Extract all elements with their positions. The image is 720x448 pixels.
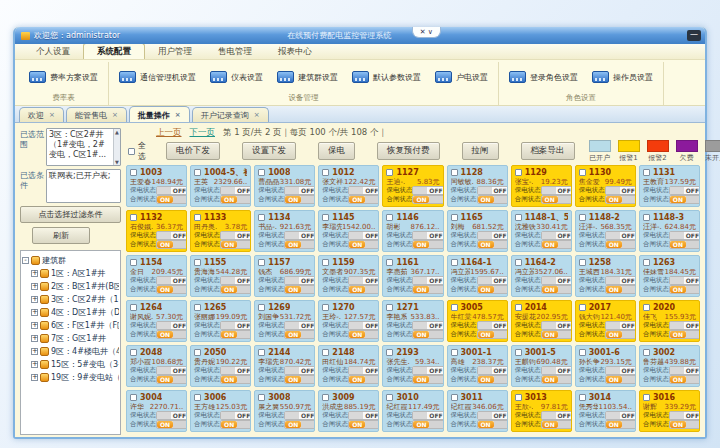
meter-card[interactable]: 3005牛红棠478.57元保电状态OFF合闸状态ON bbox=[447, 300, 508, 342]
switch-status-toggle[interactable]: ON bbox=[669, 285, 700, 294]
meter-card[interactable]: 3006王方雄125.03元保电状态OFF合闸状态ON bbox=[190, 390, 251, 432]
switch-status-toggle[interactable]: ON bbox=[348, 195, 379, 204]
meter-card[interactable]: 1003王爱春148.94元保电状态OFF合闸状态ON bbox=[126, 165, 187, 207]
switch-status-toggle[interactable]: ON bbox=[348, 285, 379, 294]
protect-status-toggle[interactable]: OFF bbox=[605, 321, 636, 330]
switch-status-toggle[interactable]: ON bbox=[669, 375, 700, 384]
switch-status-toggle[interactable]: ON bbox=[220, 420, 251, 429]
switch-status-toggle[interactable]: ON bbox=[220, 195, 251, 204]
protect-status-toggle[interactable]: OFF bbox=[541, 366, 572, 375]
protect-status-toggle[interactable]: OFF bbox=[669, 411, 700, 420]
switch-status-toggle[interactable]: ON bbox=[348, 420, 379, 429]
switch-status-toggle[interactable]: ON bbox=[284, 285, 315, 294]
expand-icon[interactable]: + bbox=[31, 374, 38, 381]
switch-status-toggle[interactable]: ON bbox=[605, 285, 636, 294]
switch-status-toggle[interactable]: ON bbox=[477, 330, 508, 339]
tree-item[interactable]: +2区：B区1#井(B区1#... bbox=[22, 280, 119, 293]
ribbon-button[interactable]: 建筑群设置 bbox=[270, 66, 345, 88]
protect-status-toggle[interactable]: OFF bbox=[541, 231, 572, 240]
condition-textbox[interactable]: 联网表;已开户表; bbox=[46, 169, 121, 203]
expand-icon[interactable]: + bbox=[31, 309, 38, 316]
meter-card[interactable]: 1154金日209.45元保电状态OFF合闸状态ON bbox=[126, 255, 187, 297]
menu-tab-个人设置[interactable]: 个人设置 bbox=[23, 44, 83, 59]
protect-status-toggle[interactable]: OFF bbox=[284, 411, 315, 420]
card-checkbox[interactable] bbox=[322, 214, 329, 221]
meter-card[interactable]: 3002鲁芬越439.88元保电状态OFF合闸状态ON bbox=[639, 345, 700, 387]
protect-status-toggle[interactable]: OFF bbox=[605, 276, 636, 285]
switch-status-toggle[interactable]: ON bbox=[156, 285, 187, 294]
card-checkbox[interactable] bbox=[322, 169, 329, 176]
meter-card[interactable]: 3016谢辉339.29元保电状态OFF合闸状态ON bbox=[639, 390, 700, 432]
protect-status-toggle[interactable]: OFF bbox=[669, 366, 700, 375]
switch-status-toggle[interactable]: ON bbox=[541, 420, 572, 429]
meter-card[interactable]: 3010纪红霞.117.49元保电状态OFF合闸状态ON bbox=[382, 390, 443, 432]
card-checkbox[interactable] bbox=[258, 394, 265, 401]
switch-status-toggle[interactable]: ON bbox=[605, 195, 636, 204]
protect-status-toggle[interactable]: OFF bbox=[220, 276, 251, 285]
card-checkbox[interactable] bbox=[451, 304, 458, 311]
switch-status-toggle[interactable]: ON bbox=[284, 240, 315, 249]
card-checkbox[interactable] bbox=[515, 394, 522, 401]
meter-card[interactable]: 1127王迪-.5.83元保电状态OFF合闸状态ON bbox=[382, 165, 443, 207]
meter-card[interactable]: 1148-1、532沈雅铁330.41元保电状态OFF合闸状态ON bbox=[511, 210, 572, 252]
protect-status-toggle[interactable]: OFF bbox=[605, 186, 636, 195]
scope-scrollbar[interactable]: ▲▼ bbox=[113, 129, 120, 165]
tree-item[interactable]: +1区：A区1#井 bbox=[22, 267, 119, 280]
next-page-link[interactable]: 下一页 bbox=[190, 127, 216, 139]
switch-status-toggle[interactable]: ON bbox=[348, 330, 379, 339]
expand-icon[interactable]: + bbox=[31, 283, 38, 290]
protect-status-toggle[interactable]: OFF bbox=[669, 186, 700, 195]
tree-item[interactable]: +6区：F区1#井（F区1#... bbox=[22, 319, 119, 332]
meter-card[interactable]: 1004-5、初一王英2329.66..保电状态OFF合闸状态ON bbox=[190, 165, 251, 207]
card-checkbox[interactable] bbox=[194, 259, 201, 266]
protect-status-toggle[interactable]: OFF bbox=[477, 276, 508, 285]
meter-card[interactable]: 1129张宝-.19.23元保电状态OFF合闸状态ON bbox=[511, 165, 572, 207]
tree-item[interactable]: +15区：5#变电（3#变... bbox=[22, 358, 119, 371]
expand-icon[interactable]: + bbox=[31, 322, 38, 329]
meter-card[interactable]: 1270王玲-.127.57元保电状态OFF合闸状态ON bbox=[318, 300, 379, 342]
switch-status-toggle[interactable]: ON bbox=[412, 240, 443, 249]
close-icon[interactable]: × bbox=[112, 112, 118, 119]
meter-card[interactable]: 2148田红仙184.74元保电状态OFF合闸状态ON bbox=[318, 345, 379, 387]
meter-card[interactable]: 3009洪成忠885.19元保电状态OFF合闸状态ON bbox=[318, 390, 379, 432]
meter-card[interactable]: 1265张丽娜199.09元保电状态OFF合闸状态ON bbox=[190, 300, 251, 342]
card-checkbox[interactable] bbox=[451, 214, 458, 221]
switch-status-toggle[interactable]: ON bbox=[156, 420, 187, 429]
meter-card[interactable]: 1161李惠茹367.17..保电状态OFF合闸状态ON bbox=[382, 255, 443, 297]
protect-status-toggle[interactable]: OFF bbox=[156, 411, 187, 420]
ribbon-button[interactable]: 仪表设置 bbox=[203, 66, 270, 88]
switch-status-toggle[interactable]: ON bbox=[541, 285, 572, 294]
card-checkbox[interactable] bbox=[515, 259, 522, 266]
card-checkbox[interactable] bbox=[194, 304, 201, 311]
protect-status-toggle[interactable]: OFF bbox=[348, 321, 379, 330]
switch-status-toggle[interactable]: ON bbox=[477, 375, 508, 384]
switch-status-toggle[interactable]: ON bbox=[477, 420, 508, 429]
switch-status-toggle[interactable]: ON bbox=[605, 330, 636, 339]
card-checkbox[interactable] bbox=[579, 214, 586, 221]
meter-card[interactable]: 3001-6孙长争293.15元保电状态OFF合闸状态ON bbox=[575, 345, 636, 387]
protect-status-toggle[interactable]: OFF bbox=[541, 411, 572, 420]
card-checkbox[interactable] bbox=[643, 214, 650, 221]
switch-status-toggle[interactable]: ON bbox=[156, 330, 187, 339]
ribbon-collapse-control[interactable]: ✕ ∨ bbox=[412, 27, 441, 38]
meter-card[interactable]: 3008展之翼550.97元保电状态OFF合闸状态ON bbox=[254, 390, 315, 432]
meter-card[interactable]: 1146胡彬876.12..保电状态OFF合闸状态ON bbox=[382, 210, 443, 252]
ribbon-button[interactable]: 户电设置 bbox=[428, 66, 495, 88]
card-checkbox[interactable] bbox=[130, 259, 137, 266]
protect-status-toggle[interactable]: OFF bbox=[348, 231, 379, 240]
doc-tab-批量操作[interactable]: 批量操作× bbox=[129, 106, 190, 122]
doc-tab-能管售电[interactable]: 能管售电× bbox=[66, 107, 127, 122]
switch-status-toggle[interactable]: ON bbox=[284, 375, 315, 384]
meter-card[interactable]: 1271李艳系533.83..保电状态OFF合闸状态ON bbox=[382, 300, 443, 342]
switch-status-toggle[interactable]: ON bbox=[412, 375, 443, 384]
protect-status-toggle[interactable]: OFF bbox=[477, 321, 508, 330]
expand-icon[interactable]: + bbox=[31, 270, 38, 277]
card-checkbox[interactable] bbox=[130, 304, 137, 311]
ribbon-button[interactable]: 操作员设置 bbox=[585, 66, 660, 88]
protect-status-toggle[interactable]: OFF bbox=[284, 276, 315, 285]
meter-card[interactable]: 1263佳妹雪.184.45元保电状态OFF合闸状态ON bbox=[639, 255, 700, 297]
close-icon[interactable]: × bbox=[49, 112, 55, 119]
protect-status-toggle[interactable]: OFF bbox=[220, 411, 251, 420]
card-checkbox[interactable] bbox=[451, 259, 458, 266]
meter-card[interactable]: 3004许华2270.71..保电状态OFF合闸状态ON bbox=[126, 390, 187, 432]
